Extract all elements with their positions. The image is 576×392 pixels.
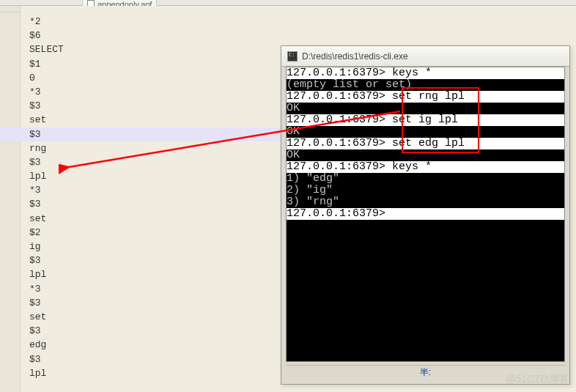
console-line: 127.0.0.1:6379> set rng lpl [287, 91, 564, 103]
status-text: 半: [420, 366, 431, 379]
console-titlebar[interactable]: D:\redis\redis1\redis-cli.exe [281, 46, 569, 67]
console-window[interactable]: D:\redis\redis1\redis-cli.exe 127.0.0.1:… [281, 45, 570, 385]
console-line: 127.0.0.1:6379> set edg lpl [287, 138, 564, 149]
console-line: OK [287, 149, 564, 161]
console-line: 3) "rng" [287, 196, 564, 208]
editor-line[interactable]: *2 [29, 15, 547, 29]
console-line: 127.0.0.1:6379> keys * [287, 67, 564, 79]
console-title: D:\redis\redis1\redis-cli.exe [302, 51, 408, 62]
console-line: 127.0.0.1:6379> keys * [287, 161, 564, 173]
console-output[interactable]: 127.0.0.1:6379> keys *(empty list or set… [286, 67, 565, 362]
console-line: 1) "edg" [287, 173, 564, 185]
console-line: 2) "ig" [287, 185, 564, 196]
editor-gutter [0, 6, 21, 392]
cmd-icon [287, 51, 298, 62]
console-line: (empty list or set) [287, 79, 564, 91]
console-line: 127.0.0.1:6379> set ig lpl [287, 114, 564, 126]
console-line: OK [287, 103, 564, 114]
watermark: @51CTO博客 [505, 373, 569, 386]
console-line: OK [287, 126, 564, 138]
editor-line[interactable]: $6 [29, 29, 547, 42]
console-line: 127.0.0.1:6379> [287, 208, 564, 220]
